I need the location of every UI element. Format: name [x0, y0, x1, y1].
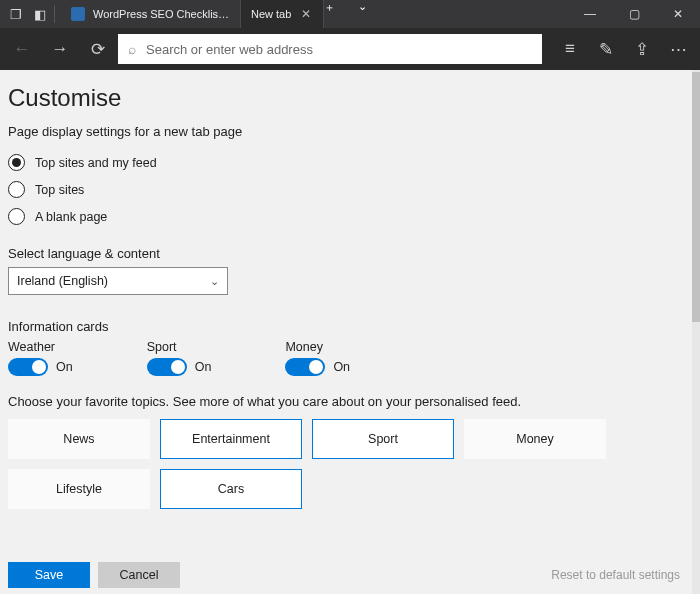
tab-label: New tab	[251, 8, 291, 20]
info-cards-heading: Information cards	[8, 319, 684, 334]
forward-button[interactable]: →	[42, 31, 78, 67]
toggle-card: MoneyOn	[285, 340, 350, 376]
toggle-state: On	[333, 360, 350, 374]
refresh-button[interactable]: ⟳	[80, 31, 116, 67]
titlebar-divider	[54, 5, 55, 23]
radio-option[interactable]: Top sites and my feed	[8, 149, 684, 176]
close-tab-icon[interactable]: ✕	[299, 7, 313, 21]
radio-label: A blank page	[35, 210, 107, 224]
scrollbar[interactable]	[692, 70, 700, 594]
toggle-name: Weather	[8, 340, 73, 354]
toggle-switch[interactable]	[147, 358, 187, 376]
chevron-down-icon[interactable]: ⌄	[358, 0, 386, 28]
scrollbar-thumb[interactable]	[692, 72, 700, 322]
radio-option[interactable]: A blank page	[8, 203, 684, 230]
radio-icon	[8, 208, 25, 225]
radio-icon	[8, 154, 25, 171]
chevron-down-icon: ⌄	[210, 275, 219, 288]
more-icon[interactable]: ⋯	[660, 31, 696, 67]
page-footer: Save Cancel Reset to default settings	[8, 562, 680, 588]
topic-tile[interactable]: Money	[464, 419, 606, 459]
share-icon[interactable]: ⇪	[624, 31, 660, 67]
toggle-state: On	[195, 360, 212, 374]
toggle-card: SportOn	[147, 340, 212, 376]
toggle-state: On	[56, 360, 73, 374]
panel-icon[interactable]: ◧	[28, 2, 52, 26]
language-value: Ireland (English)	[17, 274, 108, 288]
layers-icon[interactable]: ❐	[4, 2, 28, 26]
toggle-card: WeatherOn	[8, 340, 73, 376]
topic-tile[interactable]: Entertainment	[160, 419, 302, 459]
reading-view-icon[interactable]: ≡	[552, 31, 588, 67]
topic-tile[interactable]: Cars	[160, 469, 302, 509]
toggle-name: Sport	[147, 340, 212, 354]
address-bar[interactable]: ⌕ Search or enter web address	[118, 34, 542, 64]
tab-label: WordPress SEO Checklist - …	[93, 8, 230, 20]
new-tab-button[interactable]: ＋	[324, 0, 358, 28]
language-heading: Select language & content	[8, 246, 684, 261]
reset-link[interactable]: Reset to default settings	[551, 568, 680, 582]
display-settings-heading: Page display settings for a new tab page	[8, 124, 684, 139]
window-close-button[interactable]: ✕	[656, 0, 700, 28]
window-maximize-button[interactable]: ▢	[612, 0, 656, 28]
search-icon: ⌕	[128, 41, 136, 57]
topic-tile[interactable]: News	[8, 419, 150, 459]
radio-label: Top sites and my feed	[35, 156, 157, 170]
address-placeholder: Search or enter web address	[146, 42, 313, 57]
cancel-button[interactable]: Cancel	[98, 562, 180, 588]
page-viewport: Customise Page display settings for a ne…	[0, 70, 700, 594]
radio-label: Top sites	[35, 183, 84, 197]
browser-tab[interactable]: WordPress SEO Checklist - …	[61, 0, 241, 28]
radio-icon	[8, 181, 25, 198]
window-titlebar: ❐ ◧ WordPress SEO Checklist - … New tab …	[0, 0, 700, 28]
toggle-switch[interactable]	[285, 358, 325, 376]
window-minimize-button[interactable]: —	[568, 0, 612, 28]
toggle-name: Money	[285, 340, 350, 354]
browser-toolbar: ← → ⟳ ⌕ Search or enter web address ≡ ✎ …	[0, 28, 700, 70]
customise-page: Customise Page display settings for a ne…	[0, 70, 692, 594]
topic-tile[interactable]: Lifestyle	[8, 469, 150, 509]
notes-icon[interactable]: ✎	[588, 31, 624, 67]
page-title: Customise	[8, 84, 684, 112]
toggle-switch[interactable]	[8, 358, 48, 376]
language-select[interactable]: Ireland (English) ⌄	[8, 267, 228, 295]
back-button[interactable]: ←	[4, 31, 40, 67]
radio-option[interactable]: Top sites	[8, 176, 684, 203]
topics-description: Choose your favorite topics. See more of…	[8, 394, 684, 409]
save-button[interactable]: Save	[8, 562, 90, 588]
browser-tab-active[interactable]: New tab ✕	[241, 0, 324, 28]
titlebar-system-icons: ❐ ◧	[0, 0, 61, 28]
favicon-icon	[71, 7, 85, 21]
topic-tile[interactable]: Sport	[312, 419, 454, 459]
